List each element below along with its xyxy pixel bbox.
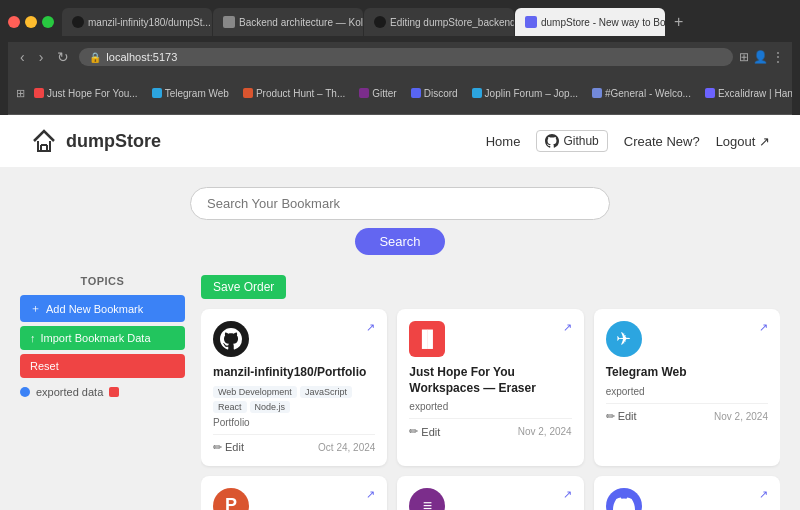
forward-button[interactable]: ›	[35, 47, 48, 67]
main-layout: TOPICS ＋ Add New Bookmark ↑ Import Bookm…	[0, 267, 800, 510]
card-3-exported: exported	[606, 386, 768, 397]
profile-icon[interactable]: 👤	[753, 50, 768, 64]
import-bookmark-button[interactable]: ↑ Import Bookmark Data	[20, 326, 185, 350]
card-3-favicon-symbol: ✈	[616, 328, 631, 350]
toolbar-icons: ⊞ 👤 ⋮	[739, 50, 784, 64]
tab-1-label: manzil-infinity180/dumpSt...	[88, 17, 211, 28]
sidebar: TOPICS ＋ Add New Bookmark ↑ Import Bookm…	[20, 275, 185, 510]
address-bar[interactable]: 🔒 localhost:5173	[79, 48, 733, 66]
card-2-favicon: ▐▌	[409, 321, 445, 357]
app-navbar: dumpStore Home Github Create New? Logout…	[0, 115, 800, 167]
logo-icon	[30, 127, 58, 155]
minimize-button[interactable]	[25, 16, 37, 28]
create-link[interactable]: Create New?	[624, 134, 700, 149]
bookmarks-bar-icon: ⊞	[16, 87, 25, 100]
bm-dot-8	[705, 88, 715, 98]
app-logo: dumpStore	[30, 127, 161, 155]
sidebar-footer: exported data	[20, 386, 185, 398]
search-button[interactable]: Search	[355, 228, 444, 255]
bookmarks-bar: ⊞ Just Hope For You... Telegram Web Prod…	[8, 72, 792, 115]
bm-joplin[interactable]: Joplin Forum – Jop...	[467, 86, 583, 101]
card-5-favicon: ≡	[409, 488, 445, 510]
logout-link[interactable]: Logout ↗	[716, 134, 770, 149]
card-5-header: ≡ ↗	[409, 488, 571, 510]
card-1-date: Oct 24, 2024	[318, 442, 375, 453]
card-2-header: ▐▌ ↗	[409, 321, 571, 357]
logo-text: dumpStore	[66, 131, 161, 152]
card-2-exported: exported	[409, 401, 571, 412]
card-3-edit[interactable]: ✏ Edit	[606, 410, 637, 423]
delete-dot	[109, 387, 119, 397]
github-button[interactable]: Github	[536, 130, 607, 152]
bookmark-card-3: ✈ ↗ Telegram Web exported ✏ Edit Nov 2, …	[594, 309, 780, 466]
tag-js: JavaScript	[300, 386, 352, 398]
github-icon	[545, 134, 559, 148]
bookmark-grid: ↗ manzil-infinity180/Portfolio Web Devel…	[201, 309, 780, 510]
bm-just-hope[interactable]: Just Hope For You...	[29, 86, 143, 101]
add-bookmark-button[interactable]: ＋ Add New Bookmark	[20, 295, 185, 322]
search-area: Search	[0, 167, 800, 267]
tab-4[interactable]: dumpStore - New way to Bo... ✕	[515, 8, 665, 36]
bm-general-label: #General - Welco...	[605, 88, 691, 99]
bm-telegram[interactable]: Telegram Web	[147, 86, 234, 101]
card-3-header: ✈ ↗	[606, 321, 768, 357]
reset-button[interactable]: Reset	[20, 354, 185, 378]
back-button[interactable]: ‹	[16, 47, 29, 67]
extensions-icon[interactable]: ⊞	[739, 50, 749, 64]
discord-icon	[613, 495, 635, 510]
close-button[interactable]	[8, 16, 20, 28]
card-1-title: manzil-infinity180/Portfolio	[213, 365, 375, 381]
bookmark-card-2: ▐▌ ↗ Just Hope For You Workspaces — Eras…	[397, 309, 583, 466]
card-3-title: Telegram Web	[606, 365, 768, 381]
bm-discord[interactable]: Discord	[406, 86, 463, 101]
url-text: localhost:5173	[106, 51, 177, 63]
card-3-footer: ✏ Edit Nov 2, 2024	[606, 403, 768, 423]
new-tab-button[interactable]: +	[666, 8, 691, 36]
bm-just-hope-label: Just Hope For You...	[47, 88, 138, 99]
card-4-ext-link[interactable]: ↗	[366, 488, 375, 501]
card-1-tags: Web Development JavaScript React Node.js	[213, 386, 375, 413]
save-order-button[interactable]: Save Order	[201, 275, 286, 299]
bookmark-card-6: ↗ Discord exported ✏ Edit Nov 2, 2024	[594, 476, 780, 510]
card-1-footer: ✏ Edit Oct 24, 2024	[213, 434, 375, 454]
bm-excalidraw[interactable]: Excalidraw | Hand-...	[700, 86, 792, 101]
maximize-button[interactable]	[42, 16, 54, 28]
bm-telegram-label: Telegram Web	[165, 88, 229, 99]
exported-label: exported data	[36, 386, 103, 398]
card-4-favicon: P	[213, 488, 249, 510]
tab-4-label: dumpStore - New way to Bo...	[541, 17, 665, 28]
card-6-ext-link[interactable]: ↗	[759, 488, 768, 501]
browser-tabs: manzil-infinity180/dumpSt... ✕ Backend a…	[62, 8, 792, 36]
tab-3[interactable]: Editing dumpStore_backend... ✕	[364, 8, 514, 36]
bm-gitter[interactable]: Gitter	[354, 86, 401, 101]
card-3-ext-link[interactable]: ↗	[759, 321, 768, 334]
menu-icon[interactable]: ⋮	[772, 50, 784, 64]
card-2-favicon-symbol: ▐▌	[416, 330, 439, 348]
bm-producthunt[interactable]: Product Hunt – Th...	[238, 86, 350, 101]
browser-titlebar: manzil-infinity180/dumpSt... ✕ Backend a…	[8, 8, 792, 36]
home-link[interactable]: Home	[486, 134, 521, 149]
add-btn-label: Add New Bookmark	[46, 303, 143, 315]
card-1-edit[interactable]: ✏ Edit	[213, 441, 244, 454]
card-1-ext-link[interactable]: ↗	[366, 321, 375, 334]
card-3-date: Nov 2, 2024	[714, 411, 768, 422]
tab-2[interactable]: Backend architecture — Koli... ✕	[213, 8, 363, 36]
plus-icon: ＋	[30, 301, 41, 316]
card-5-ext-link[interactable]: ↗	[563, 488, 572, 501]
card-6-header: ↗	[606, 488, 768, 510]
card-2-edit[interactable]: ✏ Edit	[409, 425, 440, 438]
reload-button[interactable]: ↻	[53, 47, 73, 67]
card-4-header: P ↗	[213, 488, 375, 510]
card-1-favicon	[213, 321, 249, 357]
search-input[interactable]	[190, 187, 610, 220]
bm-general[interactable]: #General - Welco...	[587, 86, 696, 101]
github-favicon-icon	[220, 328, 242, 350]
bm-ph-label: Product Hunt – Th...	[256, 88, 345, 99]
bm-joplin-label: Joplin Forum – Jop...	[485, 88, 578, 99]
tab-1[interactable]: manzil-infinity180/dumpSt... ✕	[62, 8, 212, 36]
card-2-footer: ✏ Edit Nov 2, 2024	[409, 418, 571, 438]
card-6-favicon	[606, 488, 642, 510]
card-2-ext-link[interactable]: ↗	[563, 321, 572, 334]
sidebar-title: TOPICS	[20, 275, 185, 287]
nav-links: Home Github Create New? Logout ↗	[486, 130, 770, 152]
